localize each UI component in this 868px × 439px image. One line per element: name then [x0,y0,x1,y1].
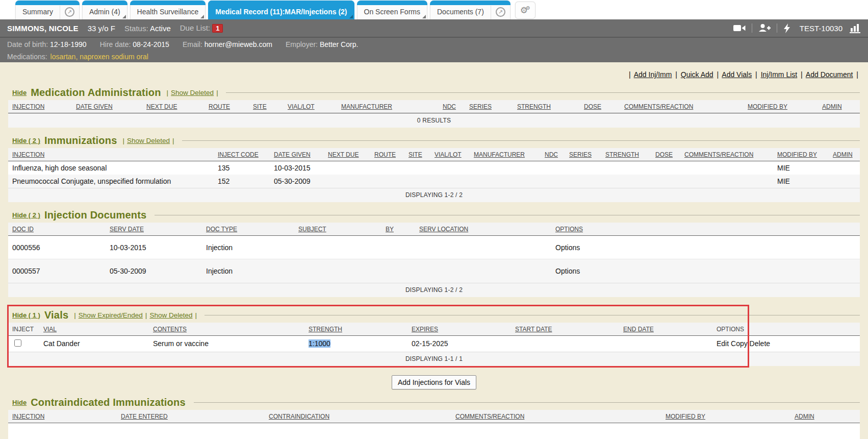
column-header[interactable]: VIAL [43,326,57,333]
summary-popout-button[interactable]: ↗ [60,6,79,19]
hide-injection-documents-link[interactable]: Hide ( 2 ) [12,211,40,219]
column-header[interactable]: ADMIN [822,103,842,110]
column-header[interactable]: CONTENTS [153,326,187,333]
column-header[interactable]: SERV LOCATION [419,226,468,233]
column-header[interactable]: DATE GIVEN [274,151,311,158]
add-document-link[interactable]: Add Document [806,70,853,79]
column-header[interactable]: SUBJECT [298,226,326,233]
inj-imm-list-link[interactable]: Inj/Imm List [761,70,798,79]
hide-immunizations-link[interactable]: Hide ( 2 ) [12,137,40,144]
column-header[interactable]: NDC [545,151,558,158]
column-header[interactable]: DOSE [584,103,601,110]
column-header[interactable]: COMMENTS/REACTION [624,103,693,110]
column-header[interactable]: BY [386,226,394,233]
show-deleted-link[interactable]: Show Deleted [149,311,192,319]
section-rule [194,402,860,403]
column-header[interactable]: SITE [409,151,422,158]
column-header[interactable]: START DATE [515,326,552,333]
quick-add-link[interactable]: Quick Add [681,70,713,79]
tab-admin[interactable]: Admin (4) [82,1,127,19]
column-header[interactable]: NDC [443,103,456,110]
hide-medication-administration-link[interactable]: Hide [12,89,27,96]
column-header[interactable]: END DATE [623,326,654,333]
doc-type: Injection [202,259,294,283]
column-header[interactable]: STRENGTH [517,103,551,110]
column-header[interactable]: COMMENTS/REACTION [455,413,524,420]
vial-strength-selected-text: 1:1000 [309,339,330,348]
show-deleted-link[interactable]: Show Deleted [171,89,214,96]
options-link[interactable]: Options [555,243,580,252]
column-header[interactable]: SERIES [569,151,592,158]
settings-tab[interactable]: ⚙⚙ [515,2,535,19]
column-header[interactable]: ADMIN [833,151,853,158]
patient-age-sex: 33 y/o F [88,24,115,33]
column-header[interactable]: STRENGTH [605,151,639,158]
column-header[interactable]: MANUFACTURER [474,151,525,158]
column-header[interactable]: COMMENTS/REACTION [684,151,753,158]
column-header[interactable]: SERIES [469,103,492,110]
column-header[interactable]: INJECT CODE [218,151,259,158]
add-vials-link[interactable]: Add Vials [722,70,752,79]
tab-health-surveillance[interactable]: Health Surveillance [130,1,206,19]
email: Email: horner@mieweb.com [183,40,272,48]
patient-name: SIMMONS, NICOLE [7,24,79,33]
column-header[interactable]: STRENGTH [309,326,342,333]
document-row[interactable]: 0000556 10-03-2015 Injection Options [8,236,860,259]
add-injections-for-vials-button[interactable]: Add Injections for Vials [392,375,476,389]
column-header[interactable]: DOC TYPE [206,226,237,233]
add-person-icon[interactable] [758,23,771,33]
column-header[interactable]: VIAL/LOT [435,151,462,158]
documents-popout-button[interactable]: ↗ [491,6,510,19]
tab-medical-record[interactable]: Medical Record (11):MAR/Injections (2) [208,1,354,19]
add-inj-imm-link[interactable]: Add Inj/Imm [634,70,672,79]
section-rule [155,215,860,215]
document-row[interactable]: 0000557 05-30-2009 Injection Options [8,259,860,283]
show-expired-ended-link[interactable]: Show Expired/Ended [79,311,143,319]
column-header[interactable]: NEXT DUE [328,151,359,158]
column-header[interactable]: SITE [253,103,267,110]
column-header[interactable]: MODIFIED BY [666,413,705,420]
column-header[interactable]: INJECTION [12,413,44,420]
column-header[interactable]: VIAL/LOT [288,103,315,110]
section-title: Medication Administration [31,87,161,99]
copy-link[interactable]: Copy [731,339,748,348]
column-header[interactable]: SERV DATE [110,226,144,233]
immunization-row[interactable]: Pneumococcal Conjugate, unspecified form… [8,175,860,188]
separator: | [195,311,197,319]
immunization-row[interactable]: Influenza, high dose seasonal 135 10-03-… [8,161,860,175]
column-header[interactable]: ADMIN [795,413,814,420]
column-header[interactable]: MODIFIED BY [748,103,787,110]
column-header[interactable]: EXPIRES [412,326,438,333]
tab-on-screen-forms[interactable]: On Screen Forms [357,1,427,19]
column-header[interactable]: ROUTE [209,103,230,110]
column-header[interactable]: MANUFACTURER [341,103,392,110]
medications-links[interactable]: losartan, naproxen sodium oral [50,53,148,61]
options-link[interactable]: Options [555,267,580,275]
delete-link[interactable]: Delete [750,339,770,348]
vial-row[interactable]: Cat Dander Serum or vaccine 1:1000 02-15… [8,335,860,352]
hide-contraindicated-link[interactable]: Hide [12,399,27,406]
tab-documents[interactable]: Documents (7) ↗ [430,1,510,19]
column-header[interactable]: CONTRAINDICATION [269,413,329,420]
column-header[interactable]: DOSE [655,151,673,158]
due-list-count-badge[interactable]: 1 [212,24,223,33]
edit-link[interactable]: Edit [717,339,729,348]
bar-chart-icon[interactable] [850,23,861,33]
video-camera-icon[interactable] [733,24,746,32]
column-header[interactable]: ROUTE [374,151,396,158]
column-header[interactable]: MODIFIED BY [777,151,817,158]
column-header[interactable]: DOC ID [12,226,34,233]
vial-select-checkbox[interactable] [14,339,21,347]
column-header[interactable]: OPTIONS [555,226,583,233]
column-header[interactable]: NEXT DUE [146,103,177,110]
lightning-bolt-icon[interactable] [783,23,790,33]
column-header[interactable]: DATE GIVEN [76,103,113,110]
column-header[interactable]: INJECTION [12,151,44,158]
hide-vials-link[interactable]: Hide ( 1 ) [12,311,40,319]
tab-summary[interactable]: Summary ↗ [15,1,80,19]
paging-status: DISPLAYING 1-2 / 2 [8,188,860,202]
show-deleted-link[interactable]: Show Deleted [127,137,170,144]
doc-id: 0000557 [8,259,106,283]
column-header[interactable]: DATE ENTERED [121,413,168,420]
column-header[interactable]: INJECTION [12,103,44,110]
